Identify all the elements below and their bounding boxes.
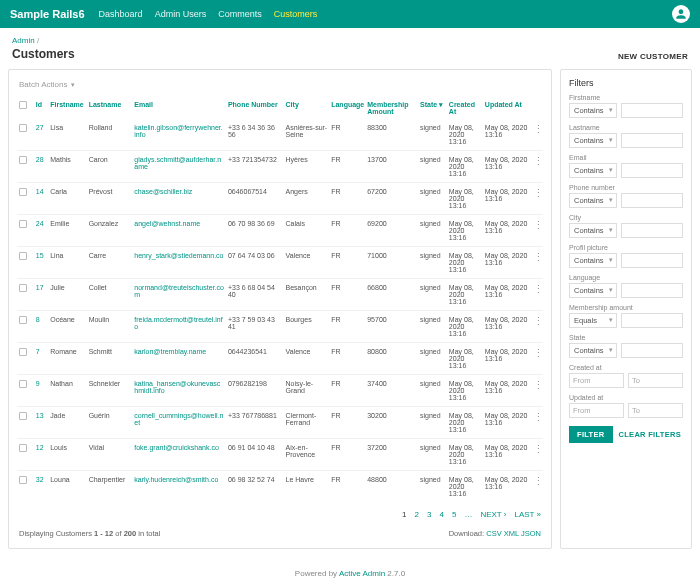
f-firstname-input[interactable]	[621, 103, 683, 118]
row-checkbox[interactable]	[19, 444, 27, 452]
col-id[interactable]: Id	[34, 97, 48, 119]
cell-id[interactable]: 9	[34, 375, 48, 407]
cell-id[interactable]: 14	[34, 183, 48, 215]
row-checkbox[interactable]	[19, 284, 27, 292]
cell-id[interactable]: 8	[34, 311, 48, 343]
dl-xml[interactable]: XML	[504, 529, 519, 538]
cell-id[interactable]: 32	[34, 471, 48, 503]
f-phone-input[interactable]	[621, 193, 683, 208]
f-state-input[interactable]	[621, 343, 683, 358]
page-2[interactable]: 2	[415, 510, 419, 519]
row-checkbox[interactable]	[19, 476, 27, 484]
row-actions-icon[interactable]: ⋮	[533, 315, 544, 327]
col-phone[interactable]: Phone Number	[226, 97, 284, 119]
filter-button[interactable]: FILTER	[569, 426, 613, 443]
row-actions-icon[interactable]: ⋮	[533, 123, 544, 135]
row-actions-icon[interactable]: ⋮	[533, 347, 544, 359]
f-profil-op[interactable]: Contains	[569, 253, 617, 268]
f-updated-from[interactable]: From	[569, 403, 624, 418]
row-checkbox[interactable]	[19, 412, 27, 420]
cell-id[interactable]: 15	[34, 247, 48, 279]
row-checkbox[interactable]	[19, 380, 27, 388]
dl-csv[interactable]: CSV	[486, 529, 501, 538]
nav-dashboard[interactable]: Dashboard	[99, 9, 143, 19]
row-actions-icon[interactable]: ⋮	[533, 443, 544, 455]
f-lastname-input[interactable]	[621, 133, 683, 148]
col-amount[interactable]: Membership Amount	[365, 97, 418, 119]
f-updated-to[interactable]: To	[628, 403, 683, 418]
cell-id[interactable]: 27	[34, 119, 48, 151]
new-customer-button[interactable]: NEW CUSTOMER	[618, 52, 688, 61]
dl-json[interactable]: JSON	[521, 529, 541, 538]
row-checkbox[interactable]	[19, 124, 27, 132]
page-3[interactable]: 3	[427, 510, 431, 519]
bc-admin[interactable]: Admin	[12, 36, 35, 45]
row-checkbox[interactable]	[19, 316, 27, 324]
cell-id[interactable]: 24	[34, 215, 48, 247]
f-created-from[interactable]: From	[569, 373, 624, 388]
col-created[interactable]: Created At	[447, 97, 483, 119]
row-actions-icon[interactable]: ⋮	[533, 379, 544, 391]
cell-id[interactable]: 13	[34, 407, 48, 439]
cell-email[interactable]: cornell_cummings@howell.net	[132, 407, 226, 439]
cell-email[interactable]: karly.hudenreich@smith.co	[132, 471, 226, 503]
f-amount-op[interactable]: Equals	[569, 313, 617, 328]
cell-id[interactable]: 28	[34, 151, 48, 183]
footer-link[interactable]: Active Admin	[339, 569, 385, 578]
cell-email[interactable]: angel@wehnst.name	[132, 215, 226, 247]
f-phone-op[interactable]: Contains	[569, 193, 617, 208]
col-city[interactable]: City	[284, 97, 330, 119]
col-lastname[interactable]: Lastname	[87, 97, 133, 119]
page-last[interactable]: LAST »	[514, 510, 541, 519]
col-firstname[interactable]: Firstname	[48, 97, 86, 119]
col-language[interactable]: Language	[329, 97, 365, 119]
batch-actions[interactable]: Batch Actions ▾	[17, 78, 543, 97]
page-5[interactable]: 5	[452, 510, 456, 519]
cell-email[interactable]: henry_stark@stiedemann.co	[132, 247, 226, 279]
select-all-checkbox[interactable]	[19, 101, 27, 109]
user-avatar[interactable]	[672, 5, 690, 23]
f-lastname-op[interactable]: Contains	[569, 133, 617, 148]
row-actions-icon[interactable]: ⋮	[533, 283, 544, 295]
row-actions-icon[interactable]: ⋮	[533, 475, 544, 487]
nav-comments[interactable]: Comments	[218, 9, 262, 19]
row-checkbox[interactable]	[19, 156, 27, 164]
f-email-op[interactable]: Contains	[569, 163, 617, 178]
f-firstname-op[interactable]: Contains	[569, 103, 617, 118]
cell-email[interactable]: katina_hansen@okunevaschmidt.info	[132, 375, 226, 407]
row-checkbox[interactable]	[19, 348, 27, 356]
row-checkbox[interactable]	[19, 188, 27, 196]
f-profil-input[interactable]	[621, 253, 683, 268]
col-email[interactable]: Email	[132, 97, 226, 119]
page-next[interactable]: NEXT ›	[480, 510, 506, 519]
f-city-op[interactable]: Contains	[569, 223, 617, 238]
cell-email[interactable]: foke.grant@cruickshank.co	[132, 439, 226, 471]
cell-id[interactable]: 7	[34, 343, 48, 375]
cell-id[interactable]: 12	[34, 439, 48, 471]
cell-email[interactable]: katelin.gibson@ferrywehner.info	[132, 119, 226, 151]
f-lang-op[interactable]: Contains	[569, 283, 617, 298]
f-city-input[interactable]	[621, 223, 683, 238]
row-actions-icon[interactable]: ⋮	[533, 155, 544, 167]
brand[interactable]: Sample Rails6	[10, 8, 85, 20]
row-checkbox[interactable]	[19, 220, 27, 228]
row-actions-icon[interactable]: ⋮	[533, 187, 544, 199]
row-actions-icon[interactable]: ⋮	[533, 411, 544, 423]
row-checkbox[interactable]	[19, 252, 27, 260]
cell-email[interactable]: normand@treutelschuster.com	[132, 279, 226, 311]
cell-email[interactable]: freida.mcdermott@treutel.info	[132, 311, 226, 343]
f-amount-input[interactable]	[621, 313, 683, 328]
col-updated[interactable]: Updated At	[483, 97, 531, 119]
cell-id[interactable]: 17	[34, 279, 48, 311]
page-4[interactable]: 4	[439, 510, 443, 519]
col-state[interactable]: State ▾	[418, 97, 447, 119]
f-lang-input[interactable]	[621, 283, 683, 298]
cell-email[interactable]: karlon@tremblay.name	[132, 343, 226, 375]
clear-filters-button[interactable]: CLEAR FILTERS	[619, 426, 682, 443]
row-actions-icon[interactable]: ⋮	[533, 219, 544, 231]
row-actions-icon[interactable]: ⋮	[533, 251, 544, 263]
cell-email[interactable]: gladys.schmitt@aufderhar.name	[132, 151, 226, 183]
nav-customers[interactable]: Customers	[274, 9, 318, 19]
f-state-op[interactable]: Contains	[569, 343, 617, 358]
nav-admin-users[interactable]: Admin Users	[155, 9, 207, 19]
